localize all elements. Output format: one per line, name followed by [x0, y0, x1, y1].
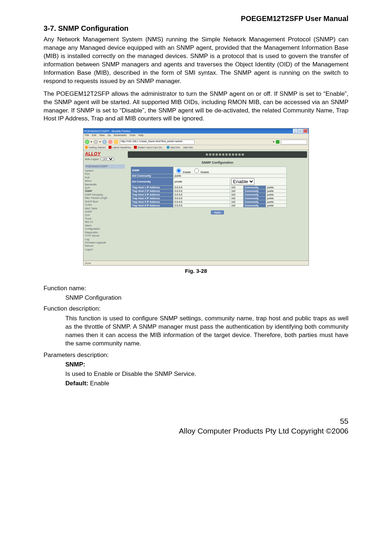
- go-icon[interactable]: [276, 140, 279, 144]
- nav-header: POEGEM12T2SFP: [85, 164, 125, 168]
- stop-icon[interactable]: [108, 140, 113, 144]
- nav-mac[interactable]: MAC Table: [85, 207, 125, 210]
- menu-bar: File Edit View Go Bookmarks Tools Help: [83, 134, 309, 139]
- menu-go[interactable]: Go: [107, 134, 111, 138]
- nav-alarm[interactable]: Alarm: [85, 224, 125, 227]
- row-get-label: Get Community: [131, 174, 173, 178]
- nav-fw[interactable]: Firmware Upgrade: [85, 241, 125, 244]
- menu-help[interactable]: Help: [138, 134, 143, 138]
- window-titlebar: POEGEM12T2SFP - Mozilla Firefox _ □ ×: [83, 128, 309, 134]
- menu-bookmarks[interactable]: Bookmarks: [114, 134, 127, 138]
- figure-caption: Fig. 3-28: [44, 268, 348, 274]
- bookmark-start1[interactable]: start.htm: [167, 146, 180, 149]
- nav-log[interactable]: Log: [85, 238, 125, 241]
- function-name-value: SNMP Configuration: [65, 294, 348, 301]
- trap-row-1: Trap Host 1 IP Address 0.0.0.0 162 Commu…: [131, 186, 287, 189]
- trap1-label: Trap Host 1 IP Address: [131, 186, 173, 189]
- trap1-comm[interactable]: public: [266, 186, 287, 189]
- menu-tools[interactable]: Tools: [130, 134, 135, 138]
- function-desc-value: This function is used to configure SNMP …: [65, 315, 348, 348]
- main-content: SNMP Configuration SNMP Enable Disable G…: [126, 150, 309, 260]
- nav-port[interactable]: Port: [85, 172, 125, 176]
- copyright: Alloy Computer Products Pty Ltd Copyrigh…: [44, 426, 348, 436]
- nav-config[interactable]: Configuration: [85, 227, 125, 230]
- page-footer: 55 Alloy Computer Products Pty Ltd Copyr…: [44, 416, 348, 436]
- window-title: POEGEM12T2SFP - Mozilla Firefox: [84, 130, 130, 133]
- figure-3-28: POEGEM12T2SFP - Mozilla Firefox _ □ × Fi…: [44, 128, 348, 266]
- home-icon[interactable]: [114, 140, 118, 144]
- snmp-disable-radio[interactable]: [194, 168, 199, 173]
- params-label: Parameters description:: [44, 352, 348, 359]
- search-box[interactable]: [281, 140, 307, 144]
- bookmark-getting-started[interactable]: Getting Started: [85, 146, 106, 149]
- forward-icon[interactable]: [94, 140, 98, 144]
- nav-reboot[interactable]: Reboot: [85, 244, 125, 247]
- nav-igmp[interactable]: IGMP Snooping: [85, 193, 125, 196]
- function-name-label: Function name:: [44, 285, 348, 292]
- bookmark-dealer[interactable]: Dealer Used Cars Dir...: [134, 146, 164, 149]
- row-snmp-value: Enable Disable: [173, 167, 287, 174]
- bookmarks-bar: Getting Started Latest Headlines Dealer …: [83, 145, 309, 150]
- nav-dhcp[interactable]: DHCP Boot: [85, 200, 125, 203]
- page-number: 55: [44, 416, 348, 426]
- trap-row-2: Trap Host 2 IP Address 0.0.0.0 162 Commu…: [131, 189, 287, 193]
- function-desc-label: Function description:: [44, 305, 348, 312]
- apply-button[interactable]: Apply: [211, 210, 224, 214]
- address-bar[interactable]: http://192.168.1.1/main_frame.html?first…: [120, 140, 195, 144]
- trap-row-6: Trap Host 6 IP Address 0.0.0.0 162 Commu…: [131, 204, 287, 208]
- nav-trunk[interactable]: Trunk: [85, 217, 125, 220]
- row-set-enable[interactable]: Enable: [230, 178, 287, 186]
- switch-image: [128, 151, 307, 158]
- menu-edit[interactable]: Edit: [92, 134, 96, 138]
- trap-row-3: Trap Host 3 IP Address 0.0.0.0 162 Commu…: [131, 193, 287, 197]
- row-get-value[interactable]: public: [173, 174, 287, 178]
- maximize-button[interactable]: □: [298, 129, 303, 133]
- menu-view[interactable]: View: [99, 134, 105, 138]
- nav-tftp[interactable]: TFTP Server: [85, 234, 125, 237]
- nav-mirror[interactable]: Mirror: [85, 179, 125, 182]
- page-title: SNMP Configuration: [128, 161, 307, 164]
- row-set-label: Set Community: [131, 178, 173, 186]
- nav-diag[interactable]: Diagnostics: [85, 231, 125, 234]
- paragraph-1: Any Network Management System (NMS) runn…: [44, 36, 348, 86]
- set-enable-select[interactable]: Enable: [231, 178, 254, 185]
- trap-row-5: Trap Host 5 IP Address 0.0.0.0 162 Commu…: [131, 200, 287, 204]
- nav-menu: POEGEM12T2SFP System Port PoE Mirror Ban…: [85, 164, 125, 251]
- page-content: ALLOY Auto Logout : OFF POEGEM12T2SFP Sy…: [83, 150, 309, 260]
- auto-logout-select[interactable]: OFF: [101, 157, 114, 161]
- snmp-config-table: SNMP Enable Disable Get Community public…: [131, 167, 287, 208]
- param-snmp-default: Default: Enable: [65, 380, 348, 387]
- trap1-ip[interactable]: 0.0.0.0: [173, 186, 230, 189]
- nav-stp[interactable]: STP: [85, 214, 125, 217]
- nav-logout[interactable]: Logout: [85, 248, 125, 251]
- nav-maxpkt[interactable]: Max. Packet Length: [85, 196, 125, 200]
- snmp-enable-radio[interactable]: [176, 168, 181, 173]
- nav-poe[interactable]: PoE: [85, 176, 125, 179]
- trap-row-4: Trap Host 4 IP Address 0.0.0.0 162 Commu…: [131, 197, 287, 200]
- status-bar: Done: [83, 260, 309, 265]
- close-button[interactable]: ×: [303, 129, 308, 133]
- param-snmp-head: SNMP:: [65, 361, 348, 368]
- nav-gvrp[interactable]: GVRP: [85, 210, 125, 213]
- row-snmp-label: SNMP: [131, 167, 173, 174]
- nav-vlan[interactable]: VLAN: [85, 203, 125, 206]
- back-icon[interactable]: [85, 140, 89, 144]
- browser-window: POEGEM12T2SFP - Mozilla Firefox _ □ × Fi…: [83, 128, 309, 266]
- bookmark-headlines[interactable]: Latest Headlines: [109, 146, 131, 149]
- reload-icon[interactable]: [102, 140, 107, 144]
- apply-row: Apply: [128, 210, 307, 214]
- nav-snmp[interactable]: SNMP: [85, 189, 125, 193]
- nav-toolbar: ▾ ▾ http://192.168.1.1/main_frame.html?f…: [83, 139, 309, 145]
- nav-bandwidth[interactable]: Bandwidth: [85, 183, 125, 186]
- nav-system[interactable]: System: [85, 169, 125, 172]
- nav-8021x[interactable]: 802.1X: [85, 220, 125, 223]
- paragraph-2: The POEGEM12T2SFP allows the administrat…: [44, 90, 348, 123]
- minimize-button[interactable]: _: [293, 129, 298, 133]
- param-snmp-body: Is used to Enable or Disable the SNMP Se…: [65, 370, 348, 378]
- trap1-port[interactable]: 162: [230, 186, 244, 189]
- menu-file[interactable]: File: [85, 134, 89, 138]
- brand-logo: ALLOY: [85, 151, 125, 156]
- row-set-value[interactable]: private: [173, 178, 230, 186]
- bookmark-start2[interactable]: start.htm: [183, 146, 193, 149]
- nav-qos[interactable]: QoS: [85, 186, 125, 189]
